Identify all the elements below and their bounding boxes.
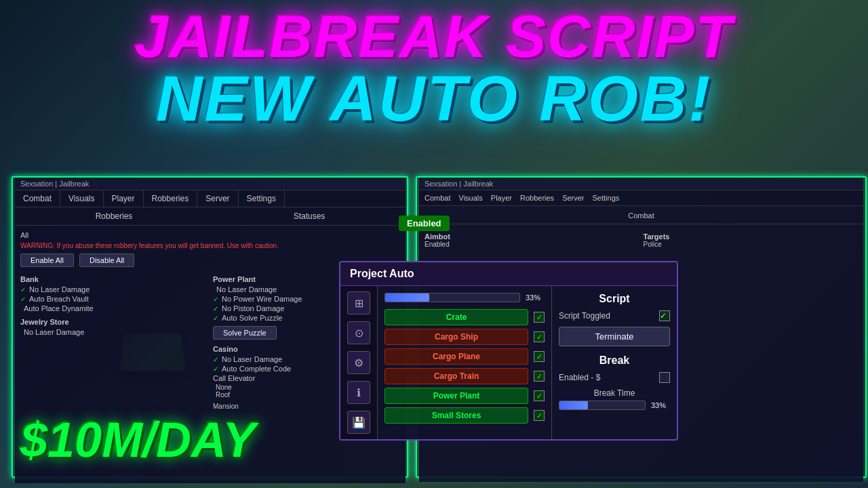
location-cargo-plane: Cargo Plane	[384, 348, 545, 365]
aimbot-enabled: Enabled	[425, 241, 639, 248]
main-progress-fill	[385, 293, 429, 302]
left-nav-tabs: Combat Visuals Player Robberies Server S…	[15, 190, 406, 207]
script-header: Script	[559, 293, 670, 305]
loc-check-cargo-train[interactable]	[534, 371, 545, 382]
project-auto-modal: Project Auto ⊞ ⊙ ⚙ ℹ 💾 33%	[339, 261, 678, 441]
tab-robberies-left[interactable]: Robberies	[144, 190, 198, 207]
modal-main-content: 33% Crate Cargo Ship Cargo Plane	[378, 286, 551, 439]
bank-label: Bank	[20, 275, 208, 283]
break-enabled-checkbox[interactable]	[659, 372, 670, 383]
sidebar-info-icon[interactable]: ℹ	[347, 381, 370, 404]
modal-container: Project Auto ⊞ ⊙ ⚙ ℹ 💾 33%	[339, 261, 678, 441]
bank-section: Bank ✓ No Laser Damage ✓ Auto Breach Vau…	[20, 271, 208, 410]
disable-all-button[interactable]: Disable All	[79, 253, 134, 267]
location-power-plant: Power Plant	[384, 388, 545, 404]
left-panel-header: Sexsation | Jailbreak	[15, 178, 406, 190]
targets-label: Targets	[644, 232, 859, 241]
break-time-bar	[559, 401, 646, 410]
right-sub-nav: Combat	[419, 206, 863, 224]
bank-item-1: ✓ Auto Breach Vault	[20, 295, 208, 303]
main-progress-bar	[384, 293, 520, 302]
modal-right-section: Script Script Toggled ✓ Terminate Break …	[551, 286, 677, 439]
tab-visuals-left[interactable]: Visuals	[60, 190, 103, 207]
bank-item-0: ✓ No Laser Damage	[20, 285, 208, 293]
right-nav-tabs: Combat Visuals Player Robberies Server S…	[419, 190, 863, 206]
modal-title: Project Auto	[340, 262, 677, 286]
loc-btn-power-plant[interactable]: Power Plant	[384, 388, 528, 404]
loc-check-power-plant[interactable]	[534, 390, 545, 401]
loc-btn-crate[interactable]: Crate	[384, 309, 528, 325]
loc-btn-cargo-train[interactable]: Cargo Train	[384, 368, 528, 384]
break-time-pct: 33%	[651, 401, 670, 409]
sidebar-settings-icon[interactable]: ⚙	[347, 351, 370, 374]
script-toggle-row: Script Toggled ✓	[559, 310, 670, 321]
location-cargo-ship: Cargo Ship	[384, 329, 545, 345]
tab-player-left[interactable]: Player	[104, 190, 144, 207]
loc-check-cargo-ship[interactable]	[534, 331, 545, 342]
break-time-progress-row: 33%	[559, 401, 670, 410]
left-sub-tabs: Robberies Statuses	[15, 207, 406, 226]
script-toggle-label: Script Toggled	[559, 311, 610, 321]
location-small-stores: Small Stores	[384, 407, 545, 424]
loc-check-cargo-plane[interactable]	[534, 351, 545, 362]
tab-combat-left[interactable]: Combat	[15, 190, 60, 207]
tab-settings-left[interactable]: Settings	[239, 190, 285, 207]
bank-item-2: Auto Place Dynamite	[20, 304, 208, 312]
break-time-label: Break Time	[559, 388, 670, 398]
sidebar-location-icon[interactable]: ⊙	[347, 321, 370, 344]
location-list: Crate Cargo Ship Cargo Plane Cargo Train	[384, 309, 545, 424]
sidebar-terminal-icon[interactable]: ⊞	[347, 291, 370, 314]
loc-btn-cargo-ship[interactable]: Cargo Ship	[384, 329, 528, 345]
rtab-visuals[interactable]: Visuals	[459, 194, 483, 202]
rtab-robberies[interactable]: Robberies	[520, 194, 554, 202]
loc-btn-small-stores[interactable]: Small Stores	[384, 407, 528, 424]
jewelry-item-0: No Laser Damage	[20, 328, 208, 336]
subtab-statuses[interactable]: Statuses	[287, 210, 332, 222]
modal-body: ⊞ ⊙ ⚙ ℹ 💾 33% Crate	[340, 286, 677, 439]
break-enabled-label: Enabled - $	[559, 373, 600, 382]
enable-all-button[interactable]: Enable All	[20, 253, 74, 267]
modal-sidebar: ⊞ ⊙ ⚙ ℹ 💾	[340, 286, 378, 439]
terminate-button[interactable]: Terminate	[559, 327, 670, 346]
loc-check-small-stores[interactable]	[534, 410, 545, 421]
solve-puzzle-button[interactable]: Solve Puzzle	[213, 326, 277, 340]
rtab-player[interactable]: Player	[491, 194, 512, 202]
enabled-badge: Enabled	[399, 216, 450, 231]
script-section: Script Script Toggled ✓ Terminate	[559, 293, 670, 346]
target-police: Police	[644, 241, 859, 248]
main-progress-pct: 33%	[526, 293, 545, 302]
location-crate: Crate	[384, 309, 545, 325]
loc-check-crate[interactable]	[534, 312, 545, 323]
tab-server-left[interactable]: Server	[197, 190, 238, 207]
script-toggle-checkbox[interactable]: ✓	[659, 310, 670, 321]
aimbot-label: Aimbot	[425, 232, 639, 241]
main-progress-row: 33%	[384, 293, 545, 302]
loc-btn-cargo-plane[interactable]: Cargo Plane	[384, 348, 528, 365]
sidebar-save-icon[interactable]: 💾	[347, 411, 370, 434]
rtab-settings[interactable]: Settings	[593, 194, 620, 202]
break-section: Break Enabled - $ Break Time 33%	[559, 354, 670, 417]
all-label: All	[20, 231, 400, 239]
break-time-fill	[559, 401, 588, 409]
warning-text: WARNING: If you abuse these robbery feat…	[20, 242, 400, 249]
right-panel-header: Sexsation | Jailbreak	[419, 178, 863, 190]
break-header: Break	[559, 354, 670, 367]
subtab-robberies[interactable]: Robberies	[89, 210, 140, 222]
location-cargo-train: Cargo Train	[384, 368, 545, 384]
rtab-server[interactable]: Server	[562, 194, 584, 202]
rtab-combat[interactable]: Combat	[425, 194, 451, 202]
jewelry-label: Jewelry Store	[20, 318, 208, 326]
break-enabled-row: Enabled - $	[559, 372, 670, 383]
money-label: $10M/DAY	[20, 412, 256, 468]
